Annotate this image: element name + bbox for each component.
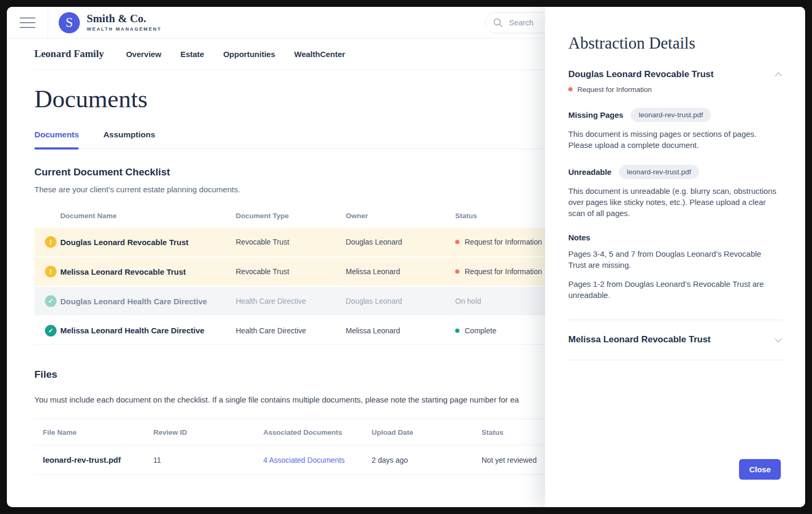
note-text: Pages 3-4, 5 and 7 from Douglas Leonard’…	[568, 248, 781, 270]
file-name: leonard-rev-trust.pdf	[43, 455, 153, 464]
check-muted-icon	[45, 295, 57, 307]
chevron-down-icon	[775, 335, 782, 342]
document-type: Health Care Directive	[236, 297, 346, 305]
col-upload-date: Upload Date	[372, 428, 482, 436]
nav-item-overview[interactable]: Overview	[126, 50, 161, 59]
nav-item-wealthcenter[interactable]: WealthCenter	[294, 50, 345, 59]
chevron-up-icon	[775, 72, 782, 79]
status-dot-teal	[455, 329, 459, 333]
document-owner: Melissa Leonard	[346, 326, 455, 335]
brand-name: Smith & Co.	[87, 13, 162, 24]
col-document-type: Document Type	[236, 212, 346, 220]
panel-title: Abstraction Details	[568, 34, 783, 53]
topbar-divider	[48, 7, 48, 39]
document-name: Douglas Leonard Revocable Trust	[60, 238, 236, 247]
status-dot-red	[455, 240, 459, 244]
document-type: Revocable Trust	[236, 267, 346, 276]
tab-assumptions[interactable]: Assumptions	[103, 130, 155, 148]
warning-icon	[45, 266, 57, 277]
document-name: Melissa Leonard Health Care Directive	[60, 326, 236, 335]
table-row[interactable]: Melissa Leonard Revocable Trust Revocabl…	[34, 256, 624, 286]
document-owner: Douglas Leonard	[346, 238, 455, 246]
client-name: Leonard Family	[34, 48, 104, 60]
warning-icon	[45, 236, 57, 248]
notes-label: Notes	[568, 233, 783, 242]
nav-item-estate[interactable]: Estate	[180, 50, 204, 59]
document-owner: Melissa Leonard	[346, 267, 455, 276]
issue-label-unreadable: Unreadable	[568, 167, 612, 176]
col-file-name: File Name	[43, 428, 153, 436]
col-review-id: Review ID	[153, 428, 263, 436]
panel-section-title-melissa: Melissa Leonard Revocable Trust	[568, 334, 710, 345]
close-button[interactable]: Close	[739, 459, 781, 480]
col-associated-documents: Associated Documents	[263, 428, 372, 436]
collapse-section-button[interactable]	[774, 69, 783, 80]
status-text: Complete	[465, 326, 496, 335]
file-tag-pill: leonard-rev-trust.pdf	[619, 165, 699, 179]
checklist-header-row: Document Name Document Type Owner Status	[34, 204, 624, 227]
issue-label-missing-pages: Missing Pages	[568, 110, 623, 119]
issue-description: This document is missing pages or sectio…	[568, 128, 779, 151]
document-type: Health Care Directive	[236, 326, 346, 335]
menu-icon[interactable]	[20, 17, 35, 28]
status-text: Request for Information	[465, 267, 542, 276]
panel-divider	[568, 360, 783, 360]
search-icon	[493, 18, 503, 27]
col-document-name: Document Name	[60, 212, 236, 220]
review-id: 11	[153, 456, 263, 464]
table-row[interactable]: Melissa Leonard Health Care Directive He…	[34, 315, 624, 345]
screenshot-frame: S Smith & Co. WEALTH MANAGEMENT Leonard …	[0, 0, 812, 514]
nav-item-opportunities[interactable]: Opportunities	[223, 50, 275, 59]
brand-tagline: WEALTH MANAGEMENT	[87, 26, 162, 32]
table-row[interactable]: Douglas Leonard Health Care Directive He…	[34, 286, 624, 315]
document-name: Melissa Leonard Revocable Trust	[60, 267, 236, 276]
document-owner: Douglas Leonard	[346, 297, 455, 305]
document-type: Revocable Trust	[236, 238, 346, 246]
tab-documents[interactable]: Documents	[34, 130, 79, 148]
table-row[interactable]: Douglas Leonard Revocable Trust Revocabl…	[34, 227, 624, 256]
status-dot-red	[455, 269, 459, 274]
panel-section-title-douglas: Douglas Leonard Revocable Trust	[568, 69, 714, 80]
brand-logo-icon: S	[59, 12, 80, 33]
file-tag-pill: leonard-rev-trust.pdf	[631, 108, 711, 122]
table-row: leonard-rev-trust.pdf 11 4 Associated Do…	[34, 445, 619, 475]
upload-date: 2 days ago	[372, 456, 482, 464]
document-name: Douglas Leonard Health Care Directive	[60, 297, 236, 306]
app-window: S Smith & Co. WEALTH MANAGEMENT Leonard …	[7, 7, 805, 507]
checklist-table: Document Name Document Type Owner Status…	[34, 204, 624, 345]
brand-logo-letter: S	[66, 15, 73, 30]
files-table: File Name Review ID Associated Documents…	[34, 419, 619, 475]
files-header-row: File Name Review ID Associated Documents…	[34, 419, 619, 445]
panel-status-text: Request for Information	[577, 86, 652, 94]
status-text: Request for Information	[465, 238, 542, 246]
associated-documents-link[interactable]: 4 Associated Documents	[263, 456, 345, 464]
issue-description: This document is unreadable (e.g. blurry…	[568, 185, 779, 219]
abstraction-details-panel: Abstraction Details Douglas Leonard Revo…	[545, 7, 805, 507]
note-text: Pages 1-2 from Douglas Leonard’s Revocab…	[568, 278, 781, 301]
status-dot-red	[568, 87, 573, 91]
brand: S Smith & Co. WEALTH MANAGEMENT	[59, 12, 162, 33]
expand-section-button[interactable]	[774, 334, 783, 345]
check-icon	[45, 325, 57, 337]
col-owner: Owner	[346, 212, 455, 220]
